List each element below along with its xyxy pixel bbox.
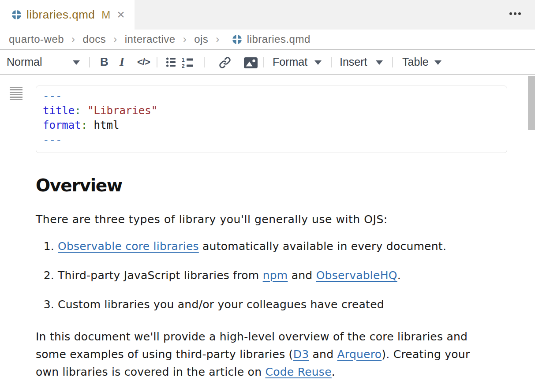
list-text: automatically available in every documen…	[199, 240, 446, 253]
breadcrumb-separator: ›	[71, 33, 75, 45]
list-text: .	[397, 269, 401, 282]
paragraph-line: some examples of using third-party libra…	[36, 346, 503, 363]
more-actions-icon[interactable]	[509, 12, 521, 15]
chevron-down-icon	[73, 60, 80, 65]
breadcrumb-item[interactable]: quarto-web	[9, 33, 64, 45]
yaml-delimiter: ---	[43, 90, 62, 102]
paragraph-text: In this document we'll provide a high-le…	[36, 330, 468, 343]
breadcrumb-separator: ›	[183, 33, 187, 45]
toolbar-divider	[263, 57, 264, 67]
library-types-list: 1. Observable core libraries automatical…	[36, 238, 503, 314]
chevron-down-icon	[376, 60, 383, 65]
paragraph-text: .	[332, 366, 335, 378]
yaml-colon: :	[81, 119, 94, 131]
paragraph-line: own libraries is covered in the article …	[36, 363, 503, 381]
chevron-down-icon	[314, 60, 322, 65]
yaml-value: "Libraries"	[87, 105, 157, 117]
document-body: Overview There are three types of librar…	[36, 176, 503, 381]
numbered-list-icon[interactable]: 1 2	[182, 57, 193, 68]
tab-libraries-qmd[interactable]: libraries.qmd M ×	[0, 0, 135, 30]
link-observable-core-libraries[interactable]: Observable core libraries	[58, 240, 199, 253]
editor-content: --- title: "Libraries" format: html --- …	[0, 75, 535, 392]
breadcrumb-item[interactable]: interactive	[125, 33, 176, 45]
scrollbar-thumb[interactable]	[528, 76, 535, 130]
yaml-key: title	[43, 105, 75, 117]
paragraph-text: and	[309, 348, 337, 361]
yaml-value: html	[94, 119, 120, 131]
yaml-key: format	[43, 119, 81, 131]
breadcrumb-item[interactable]: ojs	[194, 33, 208, 45]
list-text: and	[288, 269, 316, 282]
heading-overview: Overview	[36, 176, 503, 195]
svg-text:1: 1	[182, 57, 185, 63]
link-icon[interactable]	[218, 56, 232, 69]
tab-title: libraries.qmd	[26, 8, 95, 22]
quarto-file-icon	[232, 35, 242, 44]
code-button[interactable]: </>	[137, 56, 150, 68]
toolbar-divider	[331, 57, 332, 67]
closing-paragraph: In this document we'll provide a high-le…	[36, 328, 503, 381]
image-icon[interactable]	[244, 57, 258, 68]
breadcrumb-separator: ›	[216, 33, 220, 45]
paragraph-line: In this document we'll provide a high-le…	[36, 328, 503, 346]
toolbar-divider	[157, 57, 157, 67]
list-item: 3. Custom libraries you and/or your coll…	[36, 296, 503, 314]
paragraph-style-dropdown[interactable]: Normal	[7, 56, 42, 68]
tab-close-icon[interactable]: ×	[117, 8, 125, 21]
link-arquero[interactable]: Arquero	[337, 348, 382, 361]
list-number: 1.	[36, 238, 54, 255]
yaml-colon: :	[75, 105, 87, 117]
table-menu[interactable]: Table	[402, 56, 429, 68]
breadcrumb-file[interactable]: libraries.qmd	[247, 33, 311, 45]
toolbar-divider	[89, 57, 90, 67]
list-number: 3.	[36, 296, 54, 314]
intro-paragraph: There are three types of library you'll …	[36, 211, 503, 228]
yaml-front-matter-block[interactable]: --- title: "Libraries" format: html ---	[36, 86, 507, 153]
italic-button[interactable]: I	[120, 55, 124, 69]
svg-text:2: 2	[182, 63, 185, 68]
yaml-delimiter: ---	[43, 134, 62, 146]
list-number: 2.	[36, 267, 54, 284]
link-observablehq[interactable]: ObservableHQ	[316, 269, 397, 282]
list-item: 2. Third-party JavaScript libraries from…	[36, 267, 503, 284]
toolbar-divider	[392, 57, 393, 67]
paragraph-text: ). Creating your	[382, 348, 470, 361]
modified-badge: M	[101, 9, 110, 21]
list-text: Custom libraries you and/or your colleag…	[58, 296, 384, 314]
paragraph-text: some examples of using third-party libra…	[36, 348, 293, 361]
tab-bar: libraries.qmd M ×	[0, 0, 535, 30]
list-item: 1. Observable core libraries automatical…	[36, 238, 503, 255]
quarto-file-icon	[12, 10, 21, 19]
link-code-reuse[interactable]: Code Reuse	[265, 366, 331, 378]
chevron-down-icon	[434, 60, 441, 65]
editor-toolbar: Normal B I </> 1 2 Format Insert Table	[0, 50, 535, 75]
breadcrumb-separator: ›	[113, 33, 117, 45]
block-drag-handle-icon[interactable]	[10, 87, 22, 101]
list-text: Third-party JavaScript libraries from	[58, 269, 263, 282]
breadcrumb: quarto-web › docs › interactive › ojs › …	[0, 30, 535, 50]
insert-menu[interactable]: Insert	[340, 56, 367, 68]
format-menu[interactable]: Format	[273, 56, 307, 68]
bullet-list-icon[interactable]	[166, 57, 176, 67]
bold-button[interactable]: B	[100, 55, 108, 69]
link-npm[interactable]: npm	[263, 269, 288, 282]
breadcrumb-item[interactable]: docs	[83, 33, 106, 45]
toolbar-divider	[204, 57, 205, 67]
paragraph-text: own libraries is covered in the article …	[36, 366, 265, 378]
link-d3[interactable]: D3	[293, 348, 309, 361]
